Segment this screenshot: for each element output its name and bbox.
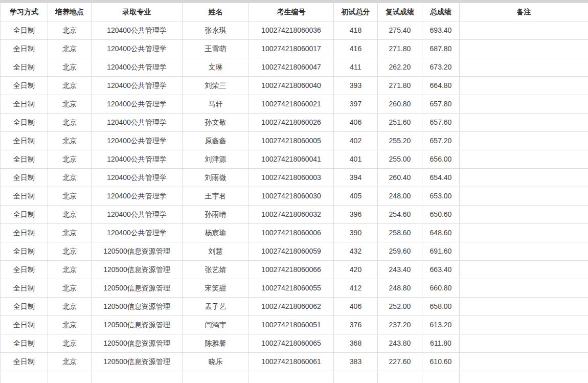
cell-candidate-number: 100274218060062 bbox=[249, 298, 334, 316]
cell-total-score bbox=[422, 371, 460, 383]
cell-retest-score: 255.00 bbox=[378, 150, 422, 169]
cell-study-mode: 全日制 bbox=[1, 169, 48, 187]
cell-name: 张永琪 bbox=[183, 21, 249, 40]
cell-initial-score: 383 bbox=[334, 353, 378, 371]
cell-name: 马轩 bbox=[183, 95, 249, 114]
cell-remarks bbox=[460, 58, 588, 77]
cell-study-mode: 全日制 bbox=[1, 353, 48, 371]
cell-admitted-major: 120400公共管理学 bbox=[92, 114, 183, 132]
table-row: 全日制北京120500信息资源管理晓乐100274218060061383227… bbox=[1, 353, 588, 371]
cell-retest-score: 251.60 bbox=[378, 114, 422, 132]
cell-admitted-major: 120500信息资源管理 bbox=[92, 261, 183, 279]
cell-candidate-number: 100274218060032 bbox=[249, 206, 334, 224]
cell-retest-score: 258.60 bbox=[378, 224, 422, 242]
cell-remarks bbox=[460, 114, 588, 132]
cell-training-location: 北京 bbox=[48, 95, 92, 114]
cell-training-location: 北京 bbox=[48, 77, 92, 95]
cell-training-location bbox=[48, 371, 92, 383]
cell-study-mode: 全日制 bbox=[1, 224, 48, 242]
cell-name: 刘津源 bbox=[183, 150, 249, 169]
column-header-study-mode: 学习方式 bbox=[1, 3, 48, 21]
cell-admitted-major: 120400公共管理学 bbox=[92, 150, 183, 169]
cell-name: 陈雅馨 bbox=[183, 334, 249, 353]
cell-training-location: 北京 bbox=[48, 187, 92, 206]
cell-total-score: 693.40 bbox=[422, 21, 460, 40]
table-row: 全日制北京120400公共管理学马轩100274218060021397260.… bbox=[1, 95, 588, 114]
cell-retest-score: 252.00 bbox=[378, 298, 422, 316]
cell-retest-score: 243.40 bbox=[378, 261, 422, 279]
table-row: 全日制北京120500信息资源管理孟子艺10027421806006240625… bbox=[1, 298, 588, 316]
cell-total-score: 687.80 bbox=[422, 40, 460, 58]
cell-admitted-major bbox=[92, 371, 183, 383]
cell-initial-score: 368 bbox=[334, 334, 378, 353]
cell-candidate-number: 100274218060005 bbox=[249, 132, 334, 150]
cell-training-location: 北京 bbox=[48, 169, 92, 187]
cell-candidate-number: 100274218060065 bbox=[249, 334, 334, 353]
table-body: 全日制北京120400公共管理学张永琪100274218060036418275… bbox=[1, 21, 588, 383]
cell-study-mode: 全日制 bbox=[1, 58, 48, 77]
admission-table: 学习方式培养地点录取专业姓名考生编号初试总分复试成绩总成绩备注 全日制北京120… bbox=[0, 3, 588, 383]
cell-training-location: 北京 bbox=[48, 353, 92, 371]
cell-study-mode: 全日制 bbox=[1, 187, 48, 206]
cell-study-mode: 全日制 bbox=[1, 316, 48, 334]
table-row: 全日制北京120400公共管理学孙雨晴100274218060032396254… bbox=[1, 206, 588, 224]
cell-candidate-number: 100274218060047 bbox=[249, 58, 334, 77]
cell-remarks bbox=[460, 132, 588, 150]
cell-total-score: 650.60 bbox=[422, 206, 460, 224]
column-header-retest-score: 复试成绩 bbox=[378, 3, 422, 21]
cell-retest-score: 248.80 bbox=[378, 279, 422, 298]
cell-study-mode: 全日制 bbox=[1, 150, 48, 169]
column-header-candidate-number: 考生编号 bbox=[249, 3, 334, 21]
cell-candidate-number: 100274218060055 bbox=[249, 279, 334, 298]
table-row: 全日制北京120400公共管理学刘津源100274218060041401255… bbox=[1, 150, 588, 169]
cell-admitted-major: 120400公共管理学 bbox=[92, 58, 183, 77]
cell-initial-score: 402 bbox=[334, 132, 378, 150]
cell-retest-score: 275.40 bbox=[378, 21, 422, 40]
cell-name: 孙雨晴 bbox=[183, 206, 249, 224]
cell-name: 孟子艺 bbox=[183, 298, 249, 316]
cell-remarks bbox=[460, 242, 588, 261]
cell-name: 刘慧 bbox=[183, 242, 249, 261]
cell-remarks bbox=[460, 261, 588, 279]
cell-study-mode: 全日制 bbox=[1, 334, 48, 353]
cell-admitted-major: 120400公共管理学 bbox=[92, 169, 183, 187]
cell-candidate-number: 100274218060003 bbox=[249, 169, 334, 187]
cell-name: 张艺婧 bbox=[183, 261, 249, 279]
cell-study-mode: 全日制 bbox=[1, 21, 48, 40]
cell-retest-score: 255.20 bbox=[378, 132, 422, 150]
table-row: 全日制北京120400公共管理学原鑫鑫100274218060005402255… bbox=[1, 132, 588, 150]
table-header-row: 学习方式培养地点录取专业姓名考生编号初试总分复试成绩总成绩备注 bbox=[1, 3, 588, 21]
cell-study-mode: 全日制 bbox=[1, 95, 48, 114]
cell-remarks bbox=[460, 77, 588, 95]
table-row: 全日制北京120400公共管理学文琳100274218060047411262.… bbox=[1, 58, 588, 77]
cell-initial-score bbox=[334, 371, 378, 383]
column-header-name: 姓名 bbox=[183, 3, 249, 21]
table-row: 全日制北京120400公共管理学刘荣三100274218060040393271… bbox=[1, 77, 588, 95]
cell-retest-score: 243.80 bbox=[378, 334, 422, 353]
cell-initial-score: 416 bbox=[334, 40, 378, 58]
cell-training-location: 北京 bbox=[48, 316, 92, 334]
cell-candidate-number: 100274218060021 bbox=[249, 95, 334, 114]
cell-training-location: 北京 bbox=[48, 334, 92, 353]
cell-study-mode bbox=[1, 371, 48, 383]
cell-initial-score: 420 bbox=[334, 261, 378, 279]
cell-admitted-major: 120500信息资源管理 bbox=[92, 334, 183, 353]
cell-candidate-number: 100274218060066 bbox=[249, 261, 334, 279]
cell-name: 刘雨微 bbox=[183, 169, 249, 187]
cell-training-location: 北京 bbox=[48, 132, 92, 150]
cell-retest-score: 248.00 bbox=[378, 187, 422, 206]
table-row: 全日制北京120400公共管理学王宇君100274218060030405248… bbox=[1, 187, 588, 206]
cell-candidate-number: 100274218060061 bbox=[249, 353, 334, 371]
table-row: 全日制北京120500信息资源管理宋笑甜10027421806005541224… bbox=[1, 279, 588, 298]
cell-initial-score: 396 bbox=[334, 206, 378, 224]
cell-retest-score bbox=[378, 371, 422, 383]
cell-name: 文琳 bbox=[183, 58, 249, 77]
cell-candidate-number bbox=[249, 371, 334, 383]
cell-remarks bbox=[460, 40, 588, 58]
cell-total-score: 656.00 bbox=[422, 150, 460, 169]
cell-retest-score: 271.80 bbox=[378, 77, 422, 95]
column-header-total-score: 总成绩 bbox=[422, 3, 460, 21]
cell-total-score: 654.40 bbox=[422, 169, 460, 187]
table-row: 全日制北京120500信息资源管理闫鸿宇10027421806005137623… bbox=[1, 316, 588, 334]
cell-name: 孙文敬 bbox=[183, 114, 249, 132]
